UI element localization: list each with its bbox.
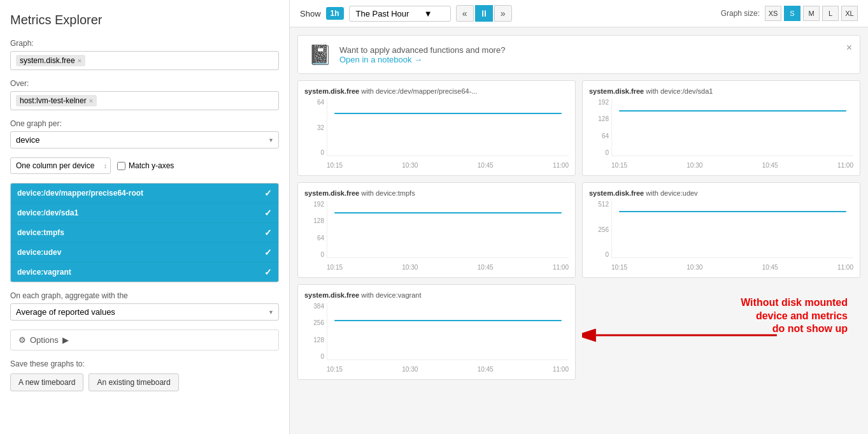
time-badge: 1h [326, 7, 344, 20]
options-arrow-icon: ▶ [62, 335, 69, 345]
over-field-section: Over: host:lvm-test-kelner × [10, 79, 279, 110]
graph-card-1: system.disk.free with device:/dev/mapper… [297, 80, 576, 176]
one-column-select[interactable]: One column per device [10, 157, 111, 174]
device-label-3: device:udev [17, 248, 61, 257]
prev-button[interactable]: « [456, 5, 474, 22]
existing-timeboard-button[interactable]: An existing timeboard [89, 373, 178, 391]
device-check-1: ✓ [264, 208, 272, 218]
device-label-1: device:/dev/sda1 [17, 208, 78, 217]
graph-with-5: with [361, 291, 376, 299]
device-item-4[interactable]: device:vagrant ✓ [11, 263, 278, 282]
graph-size-label: Graph size: [721, 9, 760, 18]
y-axis-2: 192 128 64 0 [589, 99, 611, 156]
graph-tag-close-icon[interactable]: × [78, 57, 82, 64]
x-axis-1: 10:15 10:30 10:45 11:00 [327, 162, 569, 169]
graph-with-3: with [361, 189, 376, 197]
graph-plot-3 [327, 201, 569, 258]
graph-area-3: 192 128 64 0 10:15 10:30 10:45 11:00 [304, 201, 569, 271]
over-label: Over: [10, 79, 279, 88]
graph-title-4: system.disk.free with device:udev [589, 189, 853, 197]
graph-label: Graph: [10, 39, 279, 48]
device-item-0[interactable]: device:/dev/mapper/precise64-root ✓ [11, 184, 278, 203]
pause-button[interactable]: ⏸ [475, 5, 493, 22]
graph-tag-label: system.disk.free [20, 56, 75, 65]
one-column-wrapper[interactable]: One column per device [10, 157, 111, 174]
graph-plot-1 [327, 99, 569, 156]
graph-field-section: Graph: system.disk.free × [10, 39, 279, 70]
graph-metric-3: system.disk.free [304, 189, 359, 197]
vagrant-section: system.disk.free with device:vagrant 384… [297, 284, 860, 380]
dropdown-arrow-icon: ▼ [424, 9, 432, 18]
one-graph-per-select-wrapper[interactable]: device [10, 131, 279, 148]
options-label: Options [30, 335, 59, 345]
graph-card-3: system.disk.free with device:tmpfs 192 1… [297, 182, 576, 278]
match-y-axes-checkbox[interactable] [117, 162, 125, 170]
aggregate-select-wrapper[interactable]: Average of reported values [10, 303, 279, 321]
device-check-2: ✓ [264, 228, 272, 238]
graph-area-2: 192 128 64 0 10:15 10:30 10:45 11:00 [589, 99, 853, 169]
y-axis-4: 512 256 0 [589, 201, 611, 258]
graph-area-1: 64 32 0 10:15 10:30 10:45 11:00 [304, 99, 569, 169]
content-area: 📓 Want to apply advanced functions and m… [290, 27, 868, 434]
size-xl-button[interactable]: XL [841, 6, 858, 21]
graph-device-5: device:vagrant [376, 291, 422, 299]
next-button[interactable]: » [494, 5, 512, 22]
save-section: Save these graphs to: A new timeboard An… [10, 359, 279, 391]
options-section[interactable]: ⚙ Options ▶ [10, 329, 279, 351]
time-dropdown[interactable]: The Past Hour ▼ [349, 6, 451, 22]
graph-device-3: device:tmpfs [376, 189, 415, 197]
graph-title-3: system.disk.free with device:tmpfs [304, 189, 569, 197]
graph-plot-4 [611, 201, 853, 258]
one-graph-per-label: One graph per: [10, 119, 279, 128]
over-tag-label: host:lvm-test-kelner [20, 96, 87, 105]
x-axis-4: 10:15 10:30 10:45 11:00 [611, 264, 853, 271]
banner-close-icon[interactable]: × [846, 42, 852, 54]
aggregate-label: On each graph, aggregate with the [10, 291, 279, 300]
graph-title-2: system.disk.free with device:/dev/sda1 [589, 87, 853, 95]
device-item-1[interactable]: device:/dev/sda1 ✓ [11, 203, 278, 223]
graph-with-4: with [646, 189, 660, 197]
nav-buttons: « ⏸ » [456, 5, 512, 22]
graph-plot-5 [327, 303, 569, 360]
one-graph-per-select[interactable]: device [10, 131, 279, 148]
over-tag-input[interactable]: host:lvm-test-kelner × [10, 91, 279, 110]
y-axis-5: 384 256 128 0 [304, 303, 327, 360]
device-check-3: ✓ [264, 247, 272, 257]
graphs-grid: system.disk.free with device:/dev/mapper… [297, 80, 860, 278]
graph-size-section: Graph size: XS S M L XL [721, 6, 858, 21]
show-section: Show 1h The Past Hour ▼ « ⏸ » [300, 5, 512, 22]
x-axis-2: 10:15 10:30 10:45 11:00 [611, 162, 853, 169]
time-value: The Past Hour [356, 9, 409, 18]
one-column-row: One column per device Match y-axes [10, 157, 279, 174]
notebook-banner: 📓 Want to apply advanced functions and m… [297, 35, 860, 74]
open-notebook-link[interactable]: Open in a notebook → [339, 55, 422, 64]
graph-plot-2 [611, 99, 853, 156]
over-tag-close-icon[interactable]: × [89, 97, 93, 105]
graph-metric-1: system.disk.free [304, 87, 359, 95]
device-item-2[interactable]: device:tmpfs ✓ [11, 223, 278, 243]
graph-device-4: device:udev [660, 189, 698, 197]
x-axis-3: 10:15 10:30 10:45 11:00 [327, 264, 569, 271]
new-timeboard-button[interactable]: A new timeboard [10, 373, 83, 391]
toolbar: Show 1h The Past Hour ▼ « ⏸ » Graph size… [290, 0, 868, 27]
size-m-button[interactable]: M [803, 6, 820, 21]
size-l-button[interactable]: L [822, 6, 839, 21]
y-axis-3: 192 128 64 0 [304, 201, 327, 258]
graph-area-5: 384 256 128 0 10:15 10:30 10:45 11:00 [304, 303, 569, 373]
graph-card-2: system.disk.free with device:/dev/sda1 1… [582, 80, 860, 176]
one-graph-per-section: One graph per: device [10, 119, 279, 148]
banner-text: Want to apply advanced functions and mor… [339, 45, 850, 64]
aggregate-select[interactable]: Average of reported values [10, 303, 279, 321]
match-y-axes-text: Match y-axes [129, 161, 174, 170]
graph-tag-input[interactable]: system.disk.free × [10, 51, 279, 70]
graph-device-1: device:/dev/mapper/precise64-... [376, 87, 478, 95]
device-item-3[interactable]: device:udev ✓ [11, 243, 278, 263]
graph-metric-2: system.disk.free [589, 87, 644, 95]
device-check-4: ✓ [264, 267, 272, 277]
banner-description: Want to apply advanced functions and mor… [339, 45, 850, 55]
size-s-button[interactable]: S [784, 6, 800, 21]
graph-area-4: 512 256 0 10:15 10:30 10:45 11:00 [589, 201, 853, 271]
graph-title-1: system.disk.free with device:/dev/mapper… [304, 87, 569, 95]
size-xs-button[interactable]: XS [765, 6, 781, 21]
show-label: Show [300, 9, 321, 18]
